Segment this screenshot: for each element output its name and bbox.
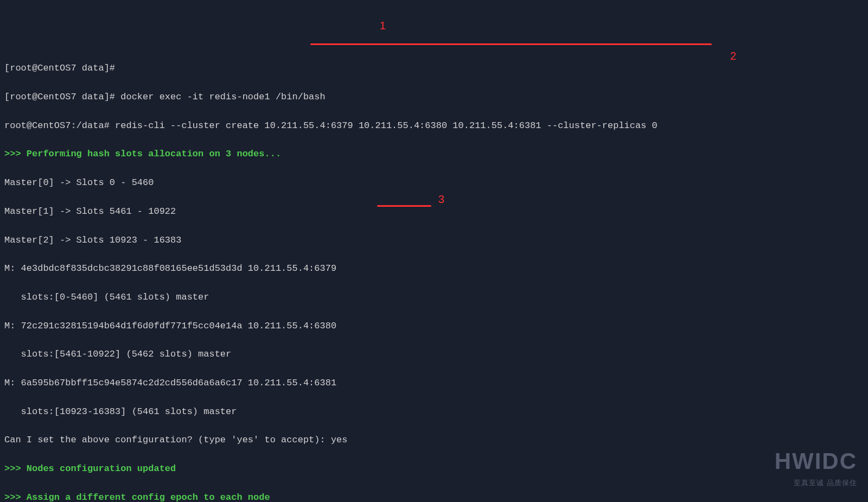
terminal-line: Master[2] -> Slots 10923 - 16383	[4, 233, 864, 247]
watermark: HWIDC 至真至诚 品质保住	[775, 443, 857, 488]
underline-2	[377, 205, 431, 207]
terminal-line: M: 4e3dbdc8f835dcbc38291c88f08165ee51d53…	[4, 262, 864, 276]
terminal-line: Master[1] -> Slots 5461 - 10922	[4, 205, 864, 219]
terminal-line: Can I set the above configuration? (type…	[4, 433, 864, 447]
watermark-main: HWIDC	[775, 443, 857, 479]
terminal-line: root@CentOS7:/data# redis-cli --cluster …	[4, 119, 864, 133]
annotation-2: 2	[730, 48, 736, 65]
terminal-line: slots:[0-5460] (5461 slots) master	[4, 290, 864, 304]
terminal-line: [root@CentOS7 data]# docker exec -it red…	[4, 90, 864, 104]
terminal-line-status: >>> Assign a different config epoch to e…	[4, 491, 864, 502]
annotation-1: 1	[380, 17, 386, 34]
terminal-line: M: 6a595b67bbff15c94e5874c2d2cd556d6a6a6…	[4, 376, 864, 390]
watermark-sub: 至真至诚 品质保住	[775, 478, 857, 488]
terminal-line-status: >>> Nodes configuration updated	[4, 462, 864, 476]
terminal-line: slots:[5461-10922] (5462 slots) master	[4, 347, 864, 361]
terminal-line: M: 72c291c32815194b64d1f6d0fdf771f5cc04e…	[4, 319, 864, 333]
underline-1	[310, 43, 712, 45]
terminal-line: slots:[10923-16383] (5461 slots) master	[4, 405, 864, 419]
terminal-line: Master[0] -> Slots 0 - 5460	[4, 176, 864, 190]
annotation-3: 3	[438, 191, 444, 208]
terminal-line-status: >>> Performing hash slots allocation on …	[4, 147, 864, 161]
